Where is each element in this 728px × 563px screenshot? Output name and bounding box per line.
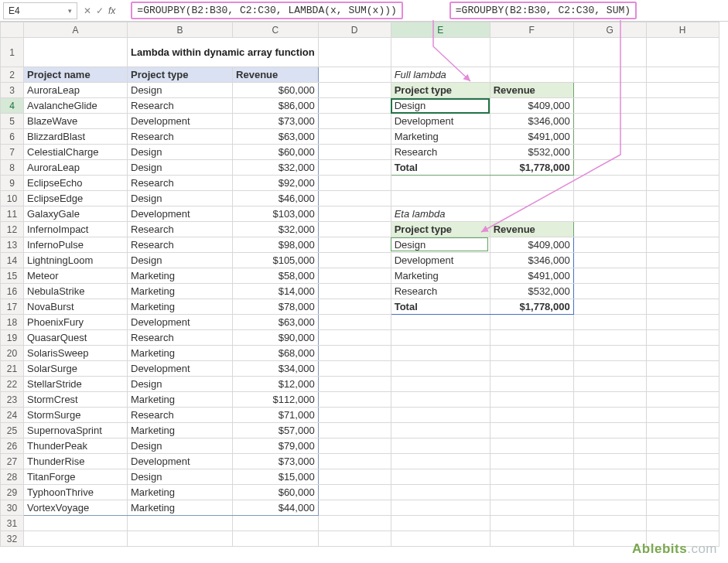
cell-C6[interactable]: $63,000 (233, 129, 319, 145)
col-header-H[interactable]: H (646, 22, 719, 38)
cell-H16[interactable] (646, 284, 719, 299)
col-header-B[interactable]: B (128, 22, 233, 38)
cell-C2[interactable]: Revenue (233, 67, 319, 83)
cell-C12[interactable]: $32,000 (233, 222, 319, 237)
col-header-C[interactable]: C (233, 22, 319, 38)
cell-F25[interactable] (490, 423, 573, 438)
cell-G26[interactable] (573, 438, 646, 454)
cell-B28[interactable]: Design (128, 469, 233, 485)
cell-B4[interactable]: Research (128, 98, 233, 114)
cell-E18[interactable] (391, 315, 490, 330)
cell-H22[interactable] (646, 377, 719, 392)
cell-G4[interactable] (573, 98, 646, 114)
cell-E13[interactable]: Design (391, 237, 490, 253)
spreadsheet-grid[interactable]: A B C D E F G H 1Lambda within dynamic a… (0, 22, 719, 547)
cell-B16[interactable]: Marketing (128, 284, 233, 299)
row-header-31[interactable]: 31 (1, 516, 24, 531)
cell-D31[interactable] (318, 516, 391, 531)
cell-F16[interactable]: $532,000 (490, 284, 573, 299)
cell-G23[interactable] (573, 392, 646, 408)
cell-F20[interactable] (490, 346, 573, 361)
cell-F32[interactable] (490, 531, 573, 547)
cell-E19[interactable] (391, 330, 490, 346)
cell-D30[interactable] (318, 500, 391, 516)
cell-C14[interactable]: $105,000 (233, 253, 319, 268)
cell-B8[interactable]: Design (128, 160, 233, 176)
cell-G19[interactable] (573, 330, 646, 346)
cell-D12[interactable] (318, 222, 391, 237)
cell-D1[interactable] (318, 38, 391, 67)
cell-F11[interactable] (490, 206, 573, 222)
cell-F30[interactable] (490, 500, 573, 516)
cell-G25[interactable] (573, 423, 646, 438)
cell-H10[interactable] (646, 191, 719, 206)
cell-G10[interactable] (573, 191, 646, 206)
cell-E5[interactable]: Development (391, 114, 490, 129)
cell-D18[interactable] (318, 315, 391, 330)
cell-E3[interactable]: Project type (391, 83, 490, 98)
cell-E20[interactable] (391, 346, 490, 361)
cell-F29[interactable] (490, 485, 573, 500)
cell-F12[interactable]: Revenue (490, 222, 573, 237)
cell-E22[interactable] (391, 377, 490, 392)
row-header-29[interactable]: 29 (1, 485, 24, 500)
cell-H25[interactable] (646, 423, 719, 438)
cell-C27[interactable]: $73,000 (233, 454, 319, 469)
row-header-13[interactable]: 13 (1, 237, 24, 253)
cell-E8[interactable]: Total (391, 160, 490, 176)
cell-H3[interactable] (646, 83, 719, 98)
row-header-19[interactable]: 19 (1, 330, 24, 346)
cell-A22[interactable]: StellarStride (24, 377, 128, 392)
cell-E32[interactable] (391, 531, 490, 547)
cell-B7[interactable]: Design (128, 145, 233, 160)
cell-G30[interactable] (573, 500, 646, 516)
cell-B22[interactable]: Design (128, 377, 233, 392)
cell-C17[interactable]: $78,000 (233, 299, 319, 315)
cell-E15[interactable]: Marketing (391, 268, 490, 284)
cell-D11[interactable] (318, 206, 391, 222)
cell-F4[interactable]: $409,000 (490, 98, 573, 114)
row-header-28[interactable]: 28 (1, 469, 24, 485)
cell-E10[interactable] (391, 191, 490, 206)
cell-B20[interactable]: Marketing (128, 346, 233, 361)
row-header-16[interactable]: 16 (1, 284, 24, 299)
cell-C8[interactable]: $32,000 (233, 160, 319, 176)
cell-D9[interactable] (318, 176, 391, 191)
cell-A3[interactable]: AuroraLeap (24, 83, 128, 98)
cell-E2[interactable]: Full lambda (391, 67, 490, 83)
cell-H2[interactable] (646, 67, 719, 83)
cell-C32[interactable] (233, 531, 319, 547)
cell-C16[interactable]: $14,000 (233, 284, 319, 299)
cell-F10[interactable] (490, 191, 573, 206)
cell-H4[interactable] (646, 98, 719, 114)
row-header-9[interactable]: 9 (1, 176, 24, 191)
cell-D13[interactable] (318, 237, 391, 253)
cell-E28[interactable] (391, 469, 490, 485)
cell-A25[interactable]: SupernovaSprint (24, 423, 128, 438)
row-header-23[interactable]: 23 (1, 392, 24, 408)
cell-B17[interactable]: Marketing (128, 299, 233, 315)
cell-B3[interactable]: Design (128, 83, 233, 98)
cell-E27[interactable] (391, 454, 490, 469)
cell-B10[interactable]: Design (128, 191, 233, 206)
cell-E16[interactable]: Research (391, 284, 490, 299)
cell-A13[interactable]: InfernoPulse (24, 237, 128, 253)
cell-E23[interactable] (391, 392, 490, 408)
cell-C13[interactable]: $98,000 (233, 237, 319, 253)
name-box[interactable]: E4 ▾ (3, 2, 77, 19)
row-header-11[interactable]: 11 (1, 206, 24, 222)
cell-G21[interactable] (573, 361, 646, 377)
cell-A32[interactable] (24, 531, 128, 547)
cell-A26[interactable]: ThunderPeak (24, 438, 128, 454)
cell-H27[interactable] (646, 454, 719, 469)
cell-C29[interactable]: $60,000 (233, 485, 319, 500)
cell-D28[interactable] (318, 469, 391, 485)
cell-C24[interactable]: $71,000 (233, 408, 319, 423)
row-header-32[interactable]: 32 (1, 531, 24, 547)
cell-E30[interactable] (391, 500, 490, 516)
cell-B19[interactable]: Research (128, 330, 233, 346)
cell-D7[interactable] (318, 145, 391, 160)
cell-A14[interactable]: LightningLoom (24, 253, 128, 268)
cell-G27[interactable] (573, 454, 646, 469)
row-header-25[interactable]: 25 (1, 423, 24, 438)
